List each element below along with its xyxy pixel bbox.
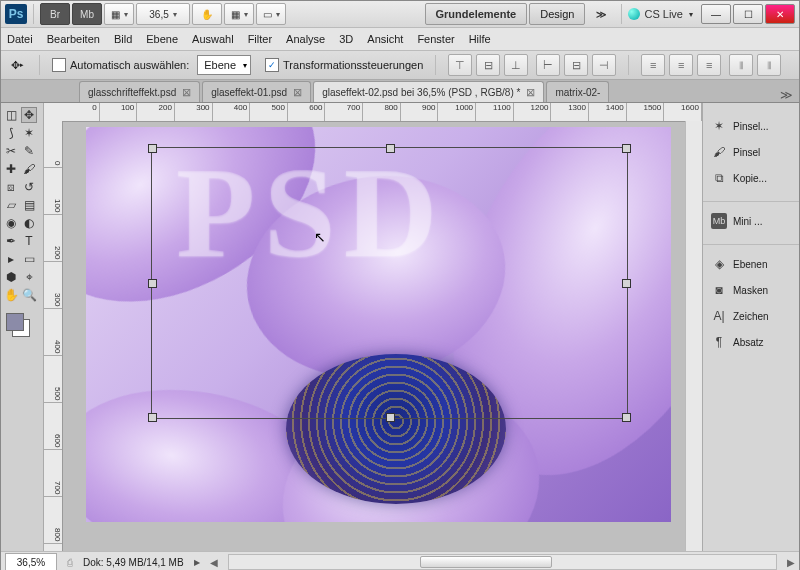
auto-select-target[interactable]: Ebene <box>197 55 251 75</box>
transform-controls-checkbox[interactable]: ✓ Transformationssteuerungen <box>265 58 423 72</box>
hand-tool[interactable]: ✋ <box>3 287 19 303</box>
type-tool[interactable]: T <box>21 233 37 249</box>
align-bottom[interactable]: ⊥ <box>504 54 528 76</box>
close-icon[interactable]: ⊠ <box>526 86 535 99</box>
hand-tool-button[interactable]: ✋ <box>192 3 222 25</box>
handle-e[interactable] <box>622 279 631 288</box>
eyedropper-tool[interactable]: ✎ <box>21 143 37 159</box>
ruler-horizontal[interactable]: 0100200300400500600700800900100011001200… <box>62 103 702 122</box>
panel-brush-presets[interactable]: ✶Pinsel... <box>703 113 799 139</box>
menu-file[interactable]: Datei <box>7 33 33 45</box>
distribute-buttons: ≡ ≡ ≡ <box>641 54 721 76</box>
move-tool[interactable]: ✥ <box>21 107 37 123</box>
clone-icon: ⧉ <box>711 170 727 186</box>
window-minimize[interactable]: — <box>701 4 731 24</box>
handle-sw[interactable] <box>148 413 157 422</box>
blur-tool[interactable]: ◉ <box>3 215 19 231</box>
brush-tool[interactable]: 🖌 <box>21 161 37 177</box>
cs-live-button[interactable]: CS Live ▾ <box>628 8 693 20</box>
menu-view[interactable]: Ansicht <box>367 33 403 45</box>
auto-select-checkbox[interactable]: Automatisch auswählen: <box>52 58 189 72</box>
close-icon[interactable]: ⊠ <box>182 86 191 99</box>
menu-window[interactable]: Fenster <box>417 33 454 45</box>
distribute-2[interactable]: ≡ <box>669 54 693 76</box>
doc-tab[interactable]: glasschrifteffekt.psd⊠ <box>79 81 200 102</box>
align-vcenter[interactable]: ⊟ <box>476 54 500 76</box>
color-swatches[interactable] <box>6 313 36 333</box>
zoom-tool[interactable]: 🔍 <box>21 287 37 303</box>
panel-masks[interactable]: ◙Masken <box>703 277 799 303</box>
view-extras-dropdown[interactable]: ▦ <box>104 3 134 25</box>
magic-wand-tool[interactable]: ✶ <box>21 125 37 141</box>
distribute-1[interactable]: ≡ <box>641 54 665 76</box>
align-top[interactable]: ⊤ <box>448 54 472 76</box>
eraser-tool[interactable]: ▱ <box>3 197 19 213</box>
distribute-4[interactable]: ⦀ <box>729 54 753 76</box>
align-left[interactable]: ⊢ <box>536 54 560 76</box>
distribute-3[interactable]: ≡ <box>697 54 721 76</box>
arrange-dropdown[interactable]: ▦ <box>224 3 254 25</box>
history-brush-tool[interactable]: ↺ <box>21 179 37 195</box>
zoom-field[interactable]: 36,5% <box>5 553 57 570</box>
foreground-color[interactable] <box>6 313 24 331</box>
handle-se[interactable] <box>622 413 631 422</box>
3d-tool[interactable]: ⬢ <box>3 269 19 285</box>
panel-brush[interactable]: 🖌Pinsel <box>703 139 799 165</box>
workspace-more[interactable]: ≫ <box>587 4 615 24</box>
panel-layers[interactable]: ◈Ebenen <box>703 251 799 277</box>
panel-paragraph[interactable]: ¶Absatz <box>703 329 799 355</box>
align-right[interactable]: ⊣ <box>592 54 616 76</box>
menu-filter[interactable]: Filter <box>248 33 272 45</box>
workspace-essentials[interactable]: Grundelemente <box>425 3 528 25</box>
stamp-tool[interactable]: ⧇ <box>3 179 19 195</box>
crop-tool[interactable]: ✂ <box>3 143 19 159</box>
handle-nw[interactable] <box>148 144 157 153</box>
close-icon[interactable]: ⊠ <box>293 86 302 99</box>
workspace-design[interactable]: Design <box>529 3 585 25</box>
doc-tab-active[interactable]: glaseffekt-02.psd bei 36,5% (PSD , RGB/8… <box>313 81 544 102</box>
transform-box[interactable] <box>151 147 628 419</box>
distribute-5[interactable]: ⦀ <box>757 54 781 76</box>
document-canvas[interactable]: PSD ↖ <box>86 127 671 522</box>
menu-3d[interactable]: 3D <box>339 33 353 45</box>
horizontal-scrollbar[interactable] <box>228 554 777 570</box>
menu-analysis[interactable]: Analyse <box>286 33 325 45</box>
tabs-overflow[interactable]: ≫ <box>780 88 793 102</box>
pen-tool[interactable]: ✒ <box>3 233 19 249</box>
menu-help[interactable]: Hilfe <box>469 33 491 45</box>
window-maximize[interactable]: ☐ <box>733 4 763 24</box>
shape-tool[interactable]: ▭ <box>21 251 37 267</box>
minibridge-button[interactable]: Mb <box>72 3 102 25</box>
handle-n[interactable] <box>386 144 395 153</box>
marquee-tool[interactable]: ◫ <box>3 107 19 123</box>
gradient-tool[interactable]: ▤ <box>21 197 37 213</box>
window-close[interactable]: ✕ <box>765 4 795 24</box>
minibridge-icon: Mb <box>711 213 727 229</box>
doc-tab[interactable]: matrix-02- <box>546 81 609 102</box>
path-select-tool[interactable]: ▸ <box>3 251 19 267</box>
vertical-scrollbar[interactable] <box>685 121 702 551</box>
handle-w[interactable] <box>148 279 157 288</box>
menu-layer[interactable]: Ebene <box>146 33 178 45</box>
dodge-tool[interactable]: ◐ <box>21 215 37 231</box>
scroll-thumb[interactable] <box>420 556 552 568</box>
options-bar: ✥▸ Automatisch auswählen: Ebene ✓ Transf… <box>1 51 799 80</box>
lasso-tool[interactable]: ⟆ <box>3 125 19 141</box>
screen-mode-dropdown[interactable]: ▭ <box>256 3 286 25</box>
align-hcenter[interactable]: ⊟ <box>564 54 588 76</box>
bridge-button[interactable]: Br <box>40 3 70 25</box>
menu-select[interactable]: Auswahl <box>192 33 234 45</box>
panel-mini-bridge[interactable]: MbMini ... <box>703 208 799 234</box>
3d-camera-tool[interactable]: ⌖ <box>21 269 37 285</box>
ruler-vertical[interactable]: 01002003004005006007008009001000 <box>44 121 63 551</box>
healing-tool[interactable]: ✚ <box>3 161 19 177</box>
panel-character[interactable]: A|Zeichen <box>703 303 799 329</box>
ruler-corner <box>44 103 63 122</box>
panel-clone-source[interactable]: ⧉Kopie... <box>703 165 799 191</box>
menu-edit[interactable]: Bearbeiten <box>47 33 100 45</box>
handle-s[interactable] <box>386 413 395 422</box>
zoom-level-dropdown[interactable]: 36,5 <box>136 3 190 25</box>
handle-ne[interactable] <box>622 144 631 153</box>
doc-tab[interactable]: glaseffekt-01.psd⊠ <box>202 81 311 102</box>
menu-image[interactable]: Bild <box>114 33 132 45</box>
